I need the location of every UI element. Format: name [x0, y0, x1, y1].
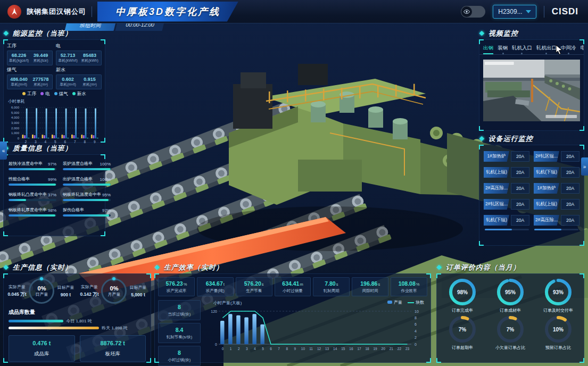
- corner-bracket: [479, 145, 484, 149]
- video-tab[interactable]: 轧机入口: [512, 45, 532, 54]
- inventory-bar-row: 昨天 1,898 吨: [9, 325, 146, 331]
- svg-text:0: 0: [18, 137, 20, 140]
- efficiency-card: 634.67t班产量(吨): [197, 277, 234, 296]
- energy-group-box: 0.602单耗(m³/t)0.915累耗(m³): [56, 74, 102, 89]
- device-dropdown[interactable]: H2309...: [493, 5, 536, 19]
- svg-text:16: 16: [349, 347, 353, 351]
- corner-bracket: [3, 358, 8, 363]
- svg-text:2: 2: [24, 140, 27, 144]
- svg-text:2,000: 2,000: [11, 127, 20, 130]
- quality-progress-track: [9, 214, 56, 217]
- quality-item-top: 钢板终轧温度命中率95%: [63, 192, 111, 197]
- header-divider: [92, 6, 92, 17]
- svg-text:120: 120: [211, 310, 217, 313]
- chevron-down-icon: [526, 10, 531, 13]
- visibility-toggle[interactable]: [461, 6, 485, 18]
- legend-bar-icon: [387, 301, 392, 304]
- inventory-box-value: 0.476 t: [9, 340, 74, 346]
- panel-energy: ❖能源监控（当班） 工序68.226单耗(kgce/t)39.449累耗(tce…: [3, 29, 105, 143]
- energy-stat-value: 85483: [79, 53, 101, 58]
- svg-text:15: 15: [341, 347, 345, 351]
- efficiency-card-value: 576.23%: [159, 280, 194, 287]
- corner-bracket: [3, 39, 8, 44]
- svg-text:8: 8: [415, 316, 417, 320]
- efficiency-card-value: 196.86s: [353, 280, 387, 287]
- svg-text:0: 0: [222, 347, 224, 351]
- energy-stat-value: 0.915: [79, 77, 101, 82]
- efficiency-card-unit: %: [416, 282, 420, 287]
- corner-bracket: [579, 273, 584, 278]
- equipment-value: 20A: [561, 199, 579, 210]
- collapse-left-button[interactable]: «: [0, 142, 7, 160]
- corner-bracket: [579, 145, 584, 149]
- equipment-row[interactable]: 2#轧区辊...20A: [534, 151, 579, 162]
- svg-text:20: 20: [382, 347, 386, 351]
- svg-text:8: 8: [286, 347, 288, 351]
- equipment-label: 2#高压除...: [484, 183, 509, 194]
- video-tab[interactable]: 电动热: [581, 45, 584, 54]
- equipment-row[interactable]: 轧机(下辊)20A: [534, 167, 579, 178]
- panel-quality-title: ❖质量信息（当班）: [3, 144, 105, 153]
- svg-text:7%: 7%: [507, 327, 515, 332]
- scrollbar[interactable]: [534, 229, 578, 230]
- equipment-label: 轧机(上辊): [534, 199, 559, 210]
- efficiency-card-value: 634.67t: [198, 280, 233, 287]
- equipment-row[interactable]: 轧机(上辊)20A: [484, 167, 529, 178]
- efficiency-card-label: 班产完成率: [159, 288, 194, 294]
- legend-item: 煤气: [54, 91, 68, 97]
- order-donut: 95% 订单成材率: [487, 277, 534, 313]
- equipment-row[interactable]: 2#轧区辊...20A: [484, 199, 529, 210]
- legend-item: 工序: [22, 91, 36, 97]
- svg-text:5: 5: [262, 347, 264, 351]
- video-tab[interactable]: 出钢: [483, 45, 493, 54]
- quality-item-value: 97%: [48, 162, 56, 167]
- equipment-row[interactable]: 1#加热炉20A: [534, 183, 579, 194]
- equipment-row[interactable]: 轧机(上辊)20A: [534, 199, 579, 210]
- daily-actual-value: 0.045 万t: [8, 292, 27, 298]
- efficiency-card-value: 8: [159, 350, 200, 356]
- panel-video-box: 出钢装钢轧机入口轧机出口中间冷电动热: [479, 39, 584, 131]
- efficiency-side-card: 8.4轧制节奏(s/块): [158, 323, 201, 343]
- panel-efficiency: ❖生产效率（实时） 576.23%班产完成率634.67t班产量(吨)576.2…: [154, 263, 431, 363]
- svg-text:2: 2: [238, 347, 240, 351]
- equipment-row[interactable]: 轧机(下辊)20A: [484, 215, 529, 226]
- diamond-icon: ❖: [479, 135, 485, 143]
- svg-text:3: 3: [35, 140, 37, 144]
- efficiency-card-label: 生产节奏: [237, 288, 271, 294]
- scrollbar[interactable]: [485, 229, 529, 230]
- video-feed[interactable]: [483, 60, 580, 121]
- equipment-value: 20A: [511, 167, 529, 178]
- energy-chart-legend: 工序电煤气新水: [4, 89, 105, 97]
- video-tab[interactable]: 轧机出口: [536, 45, 557, 54]
- energy-stat: 68.226单耗(kgce/t): [8, 53, 30, 63]
- quality-progress-track: [63, 184, 111, 186]
- panel-equipment: ❖设备运行监控 1#加热炉20A2#轧区辊...20A轧机(上辊)20A轧机(下…: [479, 134, 584, 246]
- video-tab[interactable]: 装钢: [498, 45, 508, 54]
- efficiency-card-value: 8: [159, 304, 200, 310]
- video-tab[interactable]: 中间冷: [561, 45, 576, 54]
- energy-stat: 277578累耗(m³): [30, 77, 52, 87]
- quality-item-label: 探伤合格率: [63, 207, 84, 213]
- order-donut-ring: 10%: [543, 314, 574, 345]
- inventory-bar-label: 今日 1,801 吨: [66, 318, 92, 324]
- efficiency-card-label: 班产量(吨): [198, 288, 233, 294]
- equipment-row[interactable]: 2#高压除...20A: [484, 183, 529, 194]
- equipment-value: 20A: [511, 199, 529, 210]
- legend-item: 电: [40, 91, 50, 97]
- quality-progress-fill: [63, 214, 109, 217]
- collapse-right-button[interactable]: »: [581, 157, 588, 176]
- equipment-row[interactable]: 1#加热炉20A: [484, 151, 529, 162]
- svg-text:4: 4: [44, 140, 46, 144]
- quality-item-top: 装炉温度合格率100%: [63, 161, 111, 167]
- daily-output-group: 实际产量0.045 万t 0% 日产量 目标产量900 t: [5, 278, 77, 304]
- equipment-row[interactable]: 2#高压除...20A: [534, 215, 579, 226]
- inventory-box-value: 8876.72 t: [80, 340, 146, 346]
- energy-chart-title: 小时单耗: [4, 97, 105, 104]
- efficiency-card-label: 间隙时间: [353, 288, 387, 294]
- quality-item-value: 100%: [100, 177, 111, 182]
- inventory-bar-label: 昨天 1,898 吨: [102, 325, 127, 331]
- monthly-target-value: 5,000 t: [129, 292, 146, 297]
- efficiency-card-unit: s: [262, 282, 264, 287]
- efficiency-card-unit: s: [336, 282, 338, 287]
- energy-stat-label: 累耗(m³): [79, 82, 101, 87]
